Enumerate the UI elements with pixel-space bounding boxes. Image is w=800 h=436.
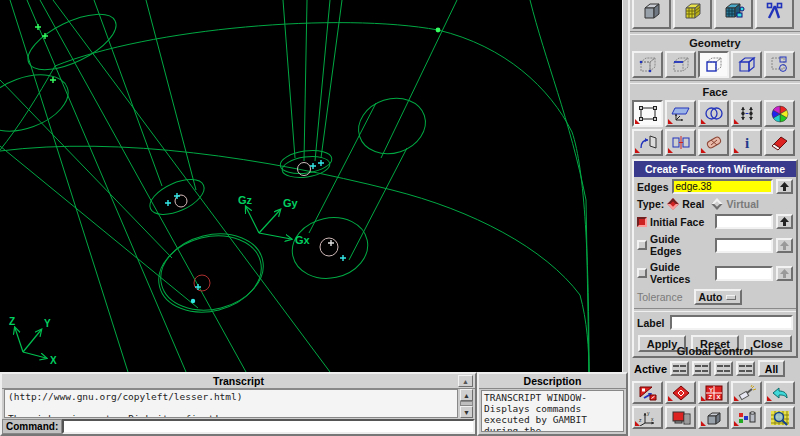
submenu-marker <box>734 396 739 401</box>
face-split-button[interactable] <box>665 129 696 156</box>
orient-icon <box>671 385 691 401</box>
create-face-dialog: Create Face from Wireframe Edges edge.38… <box>632 159 798 358</box>
tolerance-menu[interactable]: Auto <box>694 289 742 305</box>
edge-button[interactable] <box>665 51 696 78</box>
axis-label-x: X <box>50 355 57 366</box>
description-line: TRANSCRIPT WINDOW- Displays commands <box>484 392 621 414</box>
scroll-down-button[interactable]: ▼ <box>460 406 473 418</box>
examine-mesh-button[interactable] <box>764 406 795 429</box>
submenu-marker <box>701 148 706 153</box>
vertex-button[interactable] <box>632 51 663 78</box>
type-virtual-radio[interactable] <box>712 198 723 209</box>
zones-mode-button[interactable] <box>714 0 753 29</box>
create-face-wireframe-button[interactable] <box>632 100 663 127</box>
geometry-mode-button[interactable] <box>632 0 671 29</box>
submenu-marker <box>734 421 739 426</box>
transcript-title: Transcript <box>213 375 264 387</box>
axis-label-y: Y <box>44 318 51 329</box>
quadrant-layout-button[interactable]: Y Z X <box>698 381 729 404</box>
type-virtual-label: Virtual <box>726 198 758 210</box>
face-info-button[interactable]: i <box>731 129 762 156</box>
edges-row: Edges edge.38 <box>634 177 796 196</box>
guide-edges-input[interactable] <box>715 238 773 253</box>
viewport-canvas[interactable]: Gz Gy Gx Z Y X <box>0 0 622 372</box>
guide-edges-row: Guide Edges <box>634 231 796 259</box>
face-color-button[interactable] <box>764 100 795 127</box>
type-real-label: Real <box>682 198 704 210</box>
undo-button[interactable] <box>764 381 795 404</box>
guide-edges-pick-button[interactable] <box>776 238 793 253</box>
transcript-content[interactable]: (http://www.gnu.org/copyleft/lesser.html… <box>4 389 458 418</box>
fit-view-button[interactable] <box>632 381 663 404</box>
examine-mesh-icon <box>770 410 790 426</box>
active-quadrant-1-button[interactable] <box>670 361 689 376</box>
tolerance-label: Tolerance <box>637 291 683 303</box>
submenu-marker <box>668 148 673 153</box>
axis-triad-origin: Z Y X <box>9 316 57 366</box>
face-color-icon <box>770 105 790 123</box>
window-shade-button[interactable]: ▲ <box>458 375 473 387</box>
global-control-title: Global Control <box>630 344 800 359</box>
face-button[interactable] <box>698 51 729 78</box>
transcript-line: The picker is empty. Pick item first! <box>8 413 454 418</box>
face-boolean-icon <box>704 105 724 122</box>
active-all-button[interactable]: All <box>758 360 785 377</box>
submenu-marker <box>734 119 739 124</box>
guide-vertices-input[interactable] <box>715 266 773 281</box>
label-input[interactable] <box>670 315 793 330</box>
orient-view-button[interactable] <box>665 381 696 404</box>
guide-edges-label: Guide Edges <box>650 233 712 257</box>
group-icon <box>770 56 790 73</box>
option-menu-dash-icon <box>726 295 736 300</box>
active-quadrant-4-button[interactable] <box>736 361 755 376</box>
face-connect-button[interactable] <box>731 100 762 127</box>
face-heal-button[interactable] <box>698 129 729 156</box>
guide-edges-checkbox[interactable] <box>637 240 647 250</box>
initial-face-input[interactable] <box>715 214 773 229</box>
submenu-marker <box>701 396 706 401</box>
group-button[interactable] <box>764 51 795 78</box>
transcript-title-bar: Transcript ▲ <box>2 374 475 389</box>
face-move-button[interactable] <box>632 129 663 156</box>
edges-pick-button[interactable] <box>776 179 793 194</box>
axis-display-button[interactable]: y x z <box>632 406 663 429</box>
command-input[interactable] <box>62 419 475 434</box>
initial-face-checkbox[interactable] <box>637 217 647 227</box>
volume-button[interactable] <box>731 51 762 78</box>
face-axes-icon <box>671 105 691 122</box>
guide-vertices-pick-button[interactable] <box>776 266 793 281</box>
active-label: Active <box>634 363 667 375</box>
active-quadrant-2-button[interactable] <box>692 361 711 376</box>
axis-triad-global: Gz Gy Gx <box>238 194 311 246</box>
type-row: Type: Real Virtual <box>634 196 796 212</box>
face-axes-button[interactable] <box>665 100 696 127</box>
divider <box>630 31 800 35</box>
color-mode-button[interactable] <box>731 406 762 429</box>
svg-text:Z: Z <box>708 394 712 400</box>
face-move-icon <box>638 134 658 151</box>
submenu-marker <box>635 119 640 124</box>
graphics-viewport[interactable]: Gz Gy Gx Z Y X <box>0 0 622 372</box>
tools-mode-button[interactable] <box>755 0 794 29</box>
render-model-button[interactable] <box>698 406 729 429</box>
global-control-row1: Y Z X <box>630 381 800 404</box>
mesh-mode-button[interactable] <box>673 0 712 29</box>
edges-input[interactable]: edge.38 <box>672 179 773 194</box>
initial-face-pick-button[interactable] <box>776 214 793 229</box>
specify-display-button[interactable] <box>665 406 696 429</box>
description-window: Description TRANSCRIPT WINDOW- Displays … <box>477 372 628 436</box>
adjust-light-icon <box>737 385 757 401</box>
face-delete-button[interactable] <box>764 129 795 156</box>
initial-face-label: Initial Face <box>650 216 712 228</box>
adjust-light-button[interactable] <box>731 381 762 404</box>
quadrant-layout-icon: Y Z X <box>705 385 723 401</box>
global-control-row2: y x z <box>630 406 800 429</box>
active-quadrant-3-button[interactable] <box>714 361 733 376</box>
guide-vertices-checkbox[interactable] <box>637 268 647 278</box>
divider <box>634 308 796 312</box>
submenu-marker <box>635 421 640 426</box>
face-boolean-button[interactable] <box>698 100 729 127</box>
type-real-radio[interactable] <box>668 198 679 209</box>
tolerance-value: Auto <box>699 291 723 303</box>
scroll-up-button[interactable]: ▲ <box>460 389 473 401</box>
